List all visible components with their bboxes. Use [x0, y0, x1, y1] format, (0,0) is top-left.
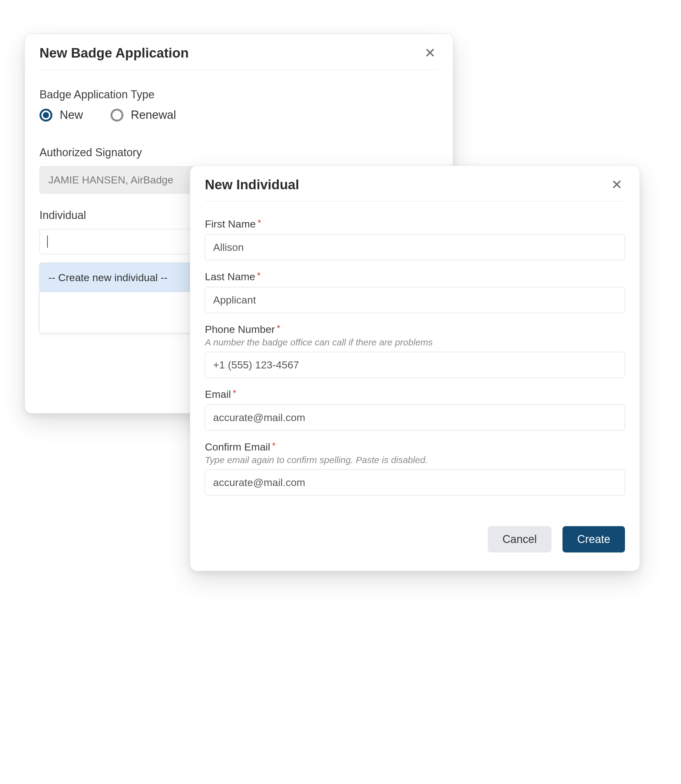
radio-renewal[interactable]: Renewal: [111, 108, 176, 122]
application-type-radios: New Renewal: [40, 108, 438, 122]
radio-new[interactable]: New: [40, 108, 83, 122]
close-icon[interactable]: ✕: [422, 45, 438, 61]
phone-helper: A number the badge office can call if th…: [205, 337, 625, 348]
individual-modal-title: New Individual: [205, 177, 299, 192]
required-icon: *: [272, 440, 276, 450]
new-individual-modal: New Individual ✕ First Name* Last Name* …: [190, 165, 640, 571]
confirm-email-group: Confirm Email* Type email again to confi…: [205, 441, 625, 496]
required-icon: *: [233, 388, 236, 398]
confirm-email-input[interactable]: [205, 469, 625, 496]
text-caret: [47, 236, 48, 248]
required-icon: *: [257, 270, 261, 280]
first-name-input[interactable]: [205, 234, 625, 260]
badge-modal-header: New Badge Application ✕: [25, 34, 453, 70]
badge-modal-title: New Badge Application: [40, 45, 188, 61]
radio-icon: [111, 109, 124, 122]
signatory-label: Authorized Signatory: [40, 146, 438, 159]
first-name-label: First Name: [205, 218, 256, 230]
email-label: Email: [205, 388, 231, 400]
radio-new-label: New: [60, 108, 83, 122]
phone-group: Phone Number* A number the badge office …: [205, 323, 625, 378]
radio-renewal-label: Renewal: [131, 108, 176, 122]
radio-icon: [40, 109, 52, 122]
individual-modal-header: New Individual ✕: [190, 166, 640, 201]
confirm-email-helper: Type email again to confirm spelling. Pa…: [205, 455, 625, 465]
email-input[interactable]: [205, 405, 625, 431]
close-icon[interactable]: ✕: [609, 177, 625, 193]
last-name-input[interactable]: [205, 287, 625, 313]
last-name-group: Last Name*: [205, 271, 625, 313]
button-row: Cancel Create: [205, 526, 625, 559]
phone-label: Phone Number: [205, 323, 275, 335]
create-button[interactable]: Create: [562, 526, 625, 553]
required-icon: *: [277, 323, 280, 333]
first-name-group: First Name*: [205, 218, 625, 260]
phone-input[interactable]: [205, 352, 625, 378]
application-type-label: Badge Application Type: [40, 88, 438, 101]
required-icon: *: [258, 217, 261, 228]
email-group: Email*: [205, 388, 625, 431]
individual-modal-body: First Name* Last Name* Phone Number* A n…: [190, 201, 640, 571]
cancel-button[interactable]: Cancel: [488, 526, 551, 553]
confirm-email-label: Confirm Email: [205, 441, 270, 453]
last-name-label: Last Name: [205, 271, 255, 282]
